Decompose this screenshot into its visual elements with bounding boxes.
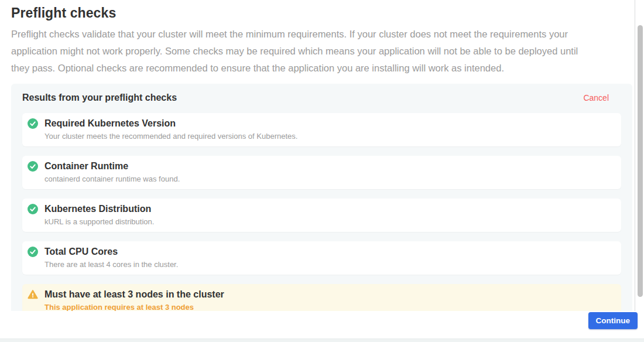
check-message: Your cluster meets the recommended and r… — [44, 132, 297, 141]
panel-header: Results from your preflight checks Cance… — [22, 93, 621, 103]
check-text: Kubernetes Distribution kURL is a suppor… — [44, 203, 154, 226]
vertical-scrollbar-thumb[interactable] — [638, 25, 643, 297]
check-row-kubernetes-version: Required Kubernetes Version Your cluster… — [22, 113, 621, 146]
check-message: There are at least 4 cores in the cluste… — [44, 261, 178, 269]
check-circle-icon — [28, 161, 38, 172]
preflight-content: Preflight checks Preflight checks valida… — [0, 0, 635, 311]
check-text: Container Runtime containerd container r… — [44, 160, 180, 183]
warning-triangle-icon — [28, 289, 38, 300]
check-list: Required Kubernetes Version Your cluster… — [22, 113, 621, 311]
check-title: Kubernetes Distribution — [44, 203, 154, 214]
cancel-link[interactable]: Cancel — [583, 93, 609, 102]
check-text: Required Kubernetes Version Your cluster… — [44, 118, 297, 141]
vertical-scrollbar-track[interactable] — [635, 0, 644, 311]
check-text: Must have at least 3 nodes in the cluste… — [44, 289, 224, 311]
check-row-container-runtime: Container Runtime containerd container r… — [22, 156, 621, 189]
page-title: Preflight checks — [11, 5, 635, 21]
check-circle-icon — [28, 204, 38, 214]
check-title: Must have at least 3 nodes in the cluste… — [44, 289, 224, 300]
check-title: Required Kubernetes Version — [44, 118, 297, 129]
panel-title: Results from your preflight checks — [22, 93, 177, 103]
page-description-line: Preflight checks validate that your clus… — [11, 26, 635, 43]
check-text: Total CPU Cores There are at least 4 cor… — [44, 246, 178, 269]
check-title: Total CPU Cores — [44, 246, 178, 257]
check-row-node-count-warning: Must have at least 3 nodes in the cluste… — [22, 284, 621, 311]
check-circle-icon — [28, 247, 38, 257]
footer-bar: Continue — [0, 311, 644, 338]
preflight-results-panel: Results from your preflight checks Cance… — [11, 84, 632, 311]
check-message: containerd container runtime was found. — [44, 175, 180, 183]
check-message: This application requires at least 3 nod… — [44, 303, 224, 311]
check-row-kubernetes-distribution: Kubernetes Distribution kURL is a suppor… — [22, 199, 621, 232]
check-row-total-cpu-cores: Total CPU Cores There are at least 4 cor… — [22, 241, 621, 275]
continue-button[interactable]: Continue — [588, 312, 638, 329]
page-description: Preflight checks validate that your clus… — [11, 26, 635, 77]
check-message: kURL is a supported distribution. — [44, 218, 154, 226]
check-title: Container Runtime — [44, 160, 180, 172]
page-description-line: they pass. Optional checks are recommend… — [11, 60, 635, 77]
bottom-strip — [0, 338, 644, 342]
check-circle-icon — [28, 118, 38, 129]
page-description-line: application might not work properly. Som… — [11, 43, 635, 60]
